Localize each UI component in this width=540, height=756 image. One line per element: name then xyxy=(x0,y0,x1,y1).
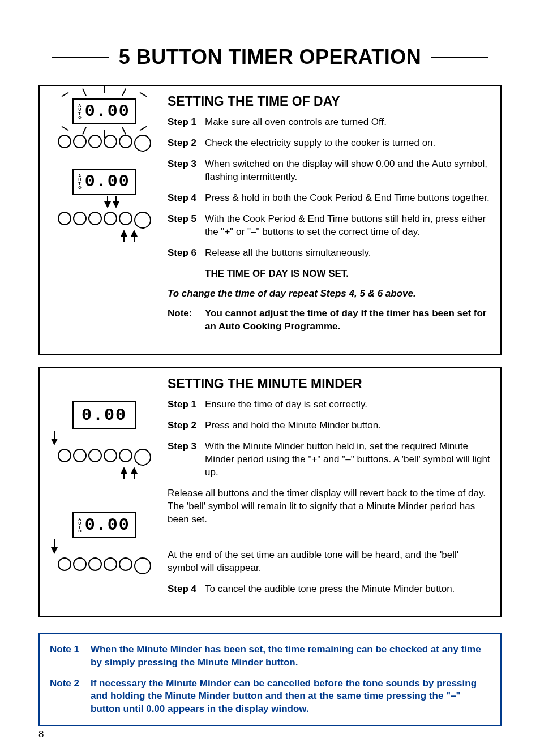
lcd-value: 0.00 xyxy=(85,172,130,191)
lcd-minder-diagram: 0.00 xyxy=(48,401,161,479)
page-title-row: 5 BUTTON TIMER OPERATION xyxy=(38,45,502,69)
button-row-icon xyxy=(58,557,151,574)
paragraph: At the end of the set time an audible to… xyxy=(168,549,490,575)
step-row: Step 2Press and hold the Minute Minder b… xyxy=(168,419,490,432)
note-row: Note 1When the Minute Minder has been se… xyxy=(50,643,490,669)
lcd-value: 0.00 xyxy=(85,102,130,121)
step-row: Step 3When switched on the display will … xyxy=(168,158,490,184)
auto-indicator: AUTO xyxy=(78,104,81,119)
note-row: Note 2If necessary the Minute Minder can… xyxy=(50,677,490,716)
lcd-press-diagram: AUTO 0.00 xyxy=(48,169,161,242)
note-row: Note:You cannot adjust the time of day i… xyxy=(168,307,490,333)
section-minute-minder: 0.00 AUTO 0.00 xyxy=(38,367,502,617)
button-row-icon xyxy=(58,212,151,229)
auto-indicator: AUTO xyxy=(78,517,81,533)
step-row: Step 3With the Minute Minder button held… xyxy=(168,440,490,479)
lcd-display: 0.00 xyxy=(72,401,136,429)
lcd-display: AUTO 0.00 xyxy=(72,169,135,195)
step-row: Step 1Ensure the time of day is set corr… xyxy=(168,398,490,411)
rule-left xyxy=(52,57,109,58)
notes-box: Note 1When the Minute Minder has been se… xyxy=(38,633,502,727)
page-number: 8 xyxy=(38,729,44,740)
confirmation-row: THE TIME OF DAY IS NOW SET. xyxy=(168,268,490,281)
step-row: Step 2Check the electricity supply to th… xyxy=(168,137,490,150)
step-row: Step 4Press & hold in both the Cook Peri… xyxy=(168,192,490,205)
step-row: Step 5With the Cook Period & End Time bu… xyxy=(168,213,490,239)
section-heading: SETTING THE TIME OF DAY xyxy=(168,94,490,109)
diagrams-time-of-day: AUTO 0.00 AUTO 0.00 xyxy=(48,94,161,341)
step-row: Step 1Make sure all oven controls are tu… xyxy=(168,116,490,129)
section-heading: SETTING THE MINUTE MINDER xyxy=(168,376,490,392)
page-title: 5 BUTTON TIMER OPERATION xyxy=(119,45,422,69)
diagrams-minute-minder: 0.00 AUTO 0.00 xyxy=(48,376,161,603)
section-time-of-day: AUTO 0.00 AUTO 0.00 xyxy=(38,85,502,355)
button-row-icon xyxy=(58,449,151,466)
lcd-flashing-diagram: AUTO 0.00 xyxy=(48,98,161,152)
lcd-display: AUTO 0.00 xyxy=(72,512,135,538)
step-row: Step 4To cancel the audible tone press t… xyxy=(168,583,490,596)
lcd-cancel-diagram: AUTO 0.00 xyxy=(48,512,161,574)
step-row: Step 6Release all the buttons simultaneo… xyxy=(168,247,490,260)
repeat-instruction: To change the time of day repeat Steps 4… xyxy=(168,288,490,299)
paragraph: Release all buttons and the timer displa… xyxy=(168,487,490,526)
auto-indicator: AUTO xyxy=(78,174,81,190)
rule-right xyxy=(431,57,488,58)
lcd-value: 0.00 xyxy=(85,516,130,535)
lcd-display: AUTO 0.00 xyxy=(72,98,135,124)
button-row-icon xyxy=(58,135,151,152)
lcd-value: 0.00 xyxy=(82,406,127,425)
